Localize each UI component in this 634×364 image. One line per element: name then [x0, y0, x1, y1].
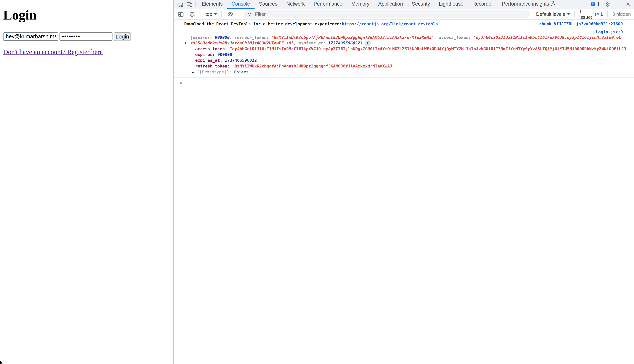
property-row: refresh_token: "BzMYiIWUxK2cbgofAjPbAnut…	[174, 63, 634, 69]
prototype-value: Object	[234, 70, 248, 74]
kebab-menu-icon[interactable]: ⋮	[616, 2, 621, 7]
colon: :	[229, 70, 234, 74]
device-toolbar-icon[interactable]	[185, 0, 194, 9]
console-toolbar: top Default levels	[174, 9, 634, 20]
expand-triangle-icon[interactable]: ▼	[184, 40, 187, 45]
tabbar-right-controls: 1 ⚙ ⋮ ✕	[590, 2, 634, 8]
devtools-tabs: Elements Console Sources Network Perform…	[197, 0, 560, 9]
collapsed-triangle-icon[interactable]: ▶	[192, 69, 194, 76]
tab-elements[interactable]: Elements	[197, 0, 227, 9]
evaluated-info-badge: i	[365, 40, 370, 46]
tab-security[interactable]: Security	[407, 0, 434, 9]
password-field[interactable]	[60, 32, 112, 41]
tab-performance[interactable]: Performance	[309, 0, 347, 9]
colon: :	[212, 52, 218, 57]
preview-text: , expires_at:	[294, 41, 328, 45]
clear-console-icon[interactable]	[188, 10, 196, 18]
issues-count: 1	[600, 11, 603, 17]
login-page: Login Login Don't have an account? Regis…	[0, 0, 174, 364]
login-button[interactable]: Login	[114, 32, 131, 41]
preview-number: 900000	[215, 35, 230, 40]
filter-funnel-icon	[247, 12, 252, 17]
property-key: refresh_token	[195, 64, 227, 68]
property-value: 900000	[217, 52, 232, 57]
prototype-key: [[Prototype]]	[197, 70, 229, 74]
info-message-text: Download the React DevTools for a better…	[184, 22, 342, 26]
console-prompt[interactable]: >	[174, 78, 634, 86]
email-field[interactable]	[3, 32, 58, 41]
colon: :	[220, 58, 225, 63]
console-sidebar-toggle-icon[interactable]	[177, 10, 185, 18]
inspect-element-icon[interactable]	[176, 0, 185, 9]
divider	[222, 11, 222, 17]
context-selector-label: top	[206, 11, 212, 17]
property-row: access_token: "eyJhbGciOiJIUzI1NiIsInR5c…	[174, 46, 634, 52]
property-row: expires_at: 1737405596022	[174, 58, 634, 63]
tab-sources[interactable]: Sources	[254, 0, 282, 9]
tab-lighthouse[interactable]: Lighthouse	[434, 0, 468, 9]
console-log-message: Login.jsx:9 ▼ {expires: 900000, refresh_…	[174, 28, 634, 78]
tab-recorder[interactable]: Recorder	[468, 0, 498, 9]
property-key: expires_at	[195, 58, 220, 63]
filter-input[interactable]	[254, 11, 527, 17]
prompt-chevron-icon: >	[180, 80, 182, 86]
tabbar-badge-count: 1	[597, 2, 600, 7]
register-link[interactable]: Don't have an account? Register here	[3, 48, 103, 56]
preview-text: {expires:	[190, 35, 215, 40]
property-row: expires: 900000	[174, 52, 634, 58]
tab-application[interactable]: Application	[374, 0, 407, 9]
live-expression-eye-icon[interactable]	[226, 10, 234, 18]
screen: Login Login Don't have an account? Regis…	[0, 0, 634, 364]
tab-performance-insights[interactable]: Performance insights	[498, 0, 560, 9]
console-filter[interactable]	[244, 10, 530, 18]
chevron-down-icon	[567, 14, 570, 15]
divider	[200, 11, 201, 17]
property-value: 1737405596022	[225, 58, 257, 63]
page-title: Login	[3, 8, 174, 23]
tab-performance-insights-label: Performance insights	[502, 1, 549, 7]
flask-icon	[551, 1, 556, 6]
source-link-login-jsx[interactable]: Login.jsx:9	[596, 30, 623, 34]
property-value: "BzMYiIWUxK2cbgofAjPbAnut8JUW9pz2gghqnf3…	[232, 64, 395, 68]
tabbar-messages-badge[interactable]: 1	[590, 2, 600, 7]
preview-text: }	[360, 41, 362, 45]
devtools-tabbar: Elements Console Sources Network Perform…	[174, 0, 634, 9]
close-devtools-icon[interactable]: ✕	[626, 2, 630, 7]
settings-gear-icon[interactable]: ⚙	[605, 2, 610, 8]
tab-console[interactable]: Console	[227, 0, 254, 9]
preview-text: , access_token:	[434, 35, 473, 40]
issues-label: 1 Issue:	[579, 8, 593, 20]
colon: :	[225, 46, 230, 51]
divider	[196, 2, 196, 8]
preview-number: 1737405596022	[328, 41, 360, 45]
property-key: access_token	[195, 46, 225, 51]
tab-memory[interactable]: Memory	[347, 0, 374, 9]
issue-bubble-icon	[594, 12, 599, 17]
object-preview: ▼ {expires: 900000, refresh_token: 'BzMY…	[174, 35, 634, 46]
issues-counter[interactable]: 1 Issue: 1	[579, 8, 603, 20]
react-devtools-link[interactable]: https://reactjs.org/link/react-devtools	[342, 22, 438, 26]
console-messages: Download the React DevTools for a better…	[174, 20, 634, 364]
message-bubble-icon	[590, 2, 596, 7]
source-link-chunk[interactable]: chunk-VIJJTZRL.js?v=960bd321:21609	[539, 22, 623, 26]
prototype-row: ▶ [[Prototype]]: Object	[174, 69, 634, 75]
mouse-cursor-icon	[0, 360, 4, 364]
preview-string: 'BzMYiIWUxK2cbgofAjPbAnut8JUW9pz2gghqnf3…	[272, 35, 434, 40]
login-form: Login	[3, 32, 174, 41]
log-source-line: Login.jsx:9	[174, 29, 634, 35]
tab-network[interactable]: Network	[282, 0, 309, 9]
devtools-panel: Elements Console Sources Network Perform…	[174, 0, 634, 364]
preview-text: , refresh_token:	[230, 35, 272, 40]
property-value: "eyJhbGciOiJIUzI1NiIsInR5cCI6IkpXVCJ9.ey…	[230, 46, 626, 51]
console-info-message: Download the React DevTools for a better…	[174, 20, 634, 28]
default-levels-label: Default levels	[536, 11, 565, 17]
context-selector[interactable]: top	[206, 11, 217, 17]
divider	[239, 11, 239, 17]
colon: :	[227, 64, 232, 68]
chevron-down-icon	[214, 14, 217, 15]
divider	[608, 11, 608, 17]
default-levels-dropdown[interactable]: Default levels	[536, 11, 570, 17]
hidden-messages-label: 3 hidden	[612, 11, 631, 17]
divider	[574, 11, 575, 17]
property-key: expires	[195, 52, 212, 57]
